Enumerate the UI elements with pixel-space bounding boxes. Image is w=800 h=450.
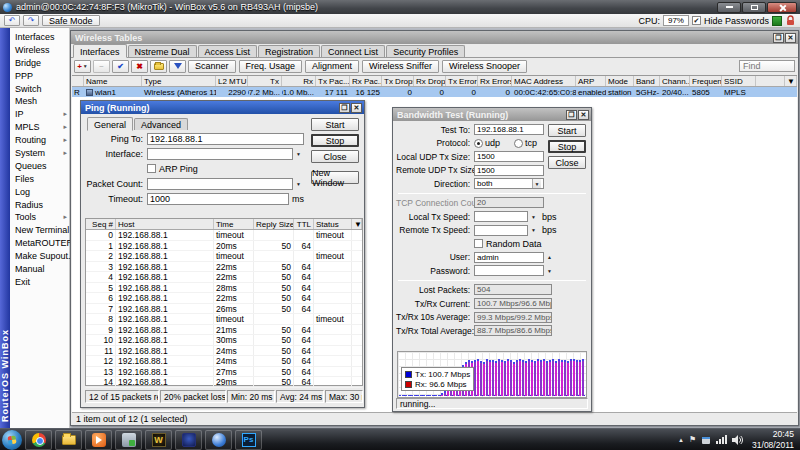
undo-button[interactable]: ↶ [4, 15, 20, 26]
ping-maximize-button[interactable]: ❐ [339, 103, 350, 113]
ping-table-row[interactable]: 14192.168.88.129ms5064 [86, 377, 362, 388]
password-dropdown-icon[interactable]: ▼ [544, 265, 555, 277]
bandwidth-close-window-button[interactable]: Close [548, 156, 586, 169]
wireless-maximize-button[interactable]: ❐ [773, 33, 784, 43]
redo-button[interactable]: ↷ [23, 15, 39, 26]
sidebar-item-radius[interactable]: Radius [10, 199, 69, 212]
alignment-button[interactable]: Alignment [305, 60, 359, 73]
column-header-mac-address[interactable]: MAC Address [512, 76, 576, 86]
ping-table-row[interactable]: 7192.168.88.126ms5064 [86, 304, 362, 315]
sidebar-item-system[interactable]: System▸ [10, 147, 69, 160]
ping-column-header-time[interactable]: Time [214, 219, 254, 229]
protocol-tcp-radio[interactable] [514, 139, 523, 148]
column-header-tx-drops[interactable]: Tx Drops [382, 76, 414, 86]
sidebar-item-new-terminal[interactable]: New Terminal [10, 224, 69, 237]
ping-column-selector-icon[interactable]: ▼ [352, 219, 362, 229]
enable-button[interactable]: ✔ [112, 60, 129, 73]
direction-dropdown-icon[interactable]: ▼ [532, 179, 541, 189]
interface-select[interactable] [147, 148, 293, 160]
tray-chevron-up-icon[interactable]: ▲ [678, 437, 684, 443]
taskbar-chrome-button[interactable] [25, 430, 52, 450]
sidebar-item-queues[interactable]: Queues [10, 160, 69, 173]
ping-tab-general[interactable]: General [87, 117, 133, 131]
test-to-input[interactable]: 192.168.88.1 [474, 124, 544, 135]
sidebar-item-exit[interactable]: Exit [10, 276, 69, 289]
timeout-input[interactable]: 1000 [147, 193, 289, 205]
close-button[interactable] [767, 2, 797, 13]
bandwidth-close-button[interactable]: ✕ [578, 110, 589, 120]
remote-tx-speed-input[interactable] [474, 225, 528, 236]
tray-clock[interactable]: 20:45 31/08/2011 [748, 429, 794, 449]
sidebar-item-bridge[interactable]: Bridge [10, 57, 69, 70]
ping-column-header-seq[interactable]: Seq # [86, 219, 116, 229]
ping-table-row[interactable]: 1192.168.88.120ms5064 [86, 241, 362, 252]
taskbar-explorer-button[interactable] [55, 430, 82, 450]
sidebar-item-metarouter[interactable]: MetaROUTER [10, 237, 69, 250]
column-header-name[interactable]: Name [84, 76, 142, 86]
tab-interfaces[interactable]: Interfaces [73, 44, 127, 58]
local-tx-speed-input[interactable] [474, 211, 528, 222]
ping-tab-advanced[interactable]: Advanced [134, 118, 188, 130]
minimize-button[interactable] [717, 2, 741, 13]
sidebar-item-tools[interactable]: Tools▸ [10, 211, 69, 224]
ping-stop-button[interactable]: Stop [311, 134, 359, 147]
user-collapse-icon[interactable]: ▲ [544, 251, 555, 263]
ping-table-row[interactable]: 6192.168.88.122ms5064 [86, 293, 362, 304]
tab-registration[interactable]: Registration [258, 45, 320, 57]
taskbar-remote-app-button[interactable] [115, 430, 142, 450]
local-udp-tx-size-input[interactable]: 1500 [474, 151, 544, 162]
sidebar-item-mpls[interactable]: MPLS▸ [10, 121, 69, 134]
ping-table-row[interactable]: 5192.168.88.128ms5064 [86, 283, 362, 294]
ping-to-input[interactable]: 192.168.88.1 [147, 133, 304, 145]
hide-passwords-checkbox[interactable]: ✔ [692, 16, 701, 25]
wireless-tables-titlebar[interactable]: Wireless Tables ❐ ✕ [71, 31, 798, 44]
column-selector-icon[interactable]: ▼ [785, 76, 797, 86]
taskbar-sphere-app-button[interactable] [205, 430, 232, 450]
ping-column-header-ttl[interactable]: TTL [294, 219, 314, 229]
start-button[interactable] [2, 430, 22, 450]
protocol-udp-radio[interactable] [474, 139, 483, 148]
sidebar-item-files[interactable]: Files [10, 173, 69, 186]
direction-select[interactable]: both▼ [474, 178, 544, 189]
disable-button[interactable]: ✖ [131, 60, 148, 73]
column-header-tx-pac[interactable]: Tx Pac... [316, 76, 350, 86]
ping-table-row[interactable]: 8192.168.88.1timeouttimeout [86, 314, 362, 325]
bandwidth-titlebar[interactable]: Bandwidth Test (Running) ❐ ✕ [393, 108, 591, 121]
ping-new-window-button[interactable]: New Window [311, 171, 359, 184]
comment-button[interactable] [150, 60, 167, 73]
column-header-tx-errors[interactable]: Tx Errors [446, 76, 478, 86]
wireless-sniffer-button[interactable]: Wireless Sniffer [362, 60, 439, 73]
ping-table-row[interactable]: 2192.168.88.1timeouttimeout [86, 251, 362, 262]
local-tx-speed-dropdown-icon[interactable]: ▼ [528, 211, 539, 223]
column-header-rx[interactable]: Rx [282, 76, 316, 86]
random-data-checkbox[interactable] [474, 239, 483, 248]
ping-column-header-host[interactable]: Host [116, 219, 214, 229]
column-header-arp[interactable]: ARP [576, 76, 606, 86]
sidebar-item-log[interactable]: Log [10, 186, 69, 199]
sidebar-item-make-supout-rif[interactable]: Make Supout.rif [10, 250, 69, 263]
tab-access-list[interactable]: Access List [198, 45, 258, 57]
taskbar-photoshop-button[interactable]: Ps [235, 430, 262, 450]
freq-usage-button[interactable]: Freq. Usage [239, 60, 303, 73]
ping-table-row[interactable]: 12192.168.88.124ms5064 [86, 356, 362, 367]
bandwidth-stop-button[interactable]: Stop [548, 140, 586, 153]
packet-count-input[interactable] [147, 178, 293, 190]
ping-table-row[interactable]: 13192.168.88.127ms5064 [86, 367, 362, 378]
scanner-button[interactable]: Scanner [188, 60, 236, 73]
arp-ping-checkbox[interactable] [147, 164, 156, 173]
sidebar-item-ppp[interactable]: PPP [10, 70, 69, 83]
user-input[interactable]: admin [474, 252, 544, 263]
ping-table-row[interactable]: 4192.168.88.122ms5064 [86, 272, 362, 283]
interface-dropdown-icon[interactable]: ▼ [293, 148, 304, 160]
column-header-tx[interactable]: Tx [248, 76, 282, 86]
wireless-close-button[interactable]: ✕ [785, 33, 796, 43]
taskbar-wow-button[interactable]: W [145, 430, 172, 450]
tab-security-profiles[interactable]: Security Profiles [386, 45, 465, 57]
sidebar-item-interfaces[interactable]: Interfaces [10, 31, 69, 44]
taskbar-game-button[interactable] [175, 430, 202, 450]
tab-nstreme-dual[interactable]: Nstreme Dual [128, 45, 197, 57]
column-header-rx-errors[interactable]: Rx Errors [478, 76, 512, 86]
ping-column-header-reply-size[interactable]: Reply Size [254, 219, 294, 229]
column-header-frequen[interactable]: Frequen... [690, 76, 722, 86]
taskbar-media-player-button[interactable] [85, 430, 112, 450]
